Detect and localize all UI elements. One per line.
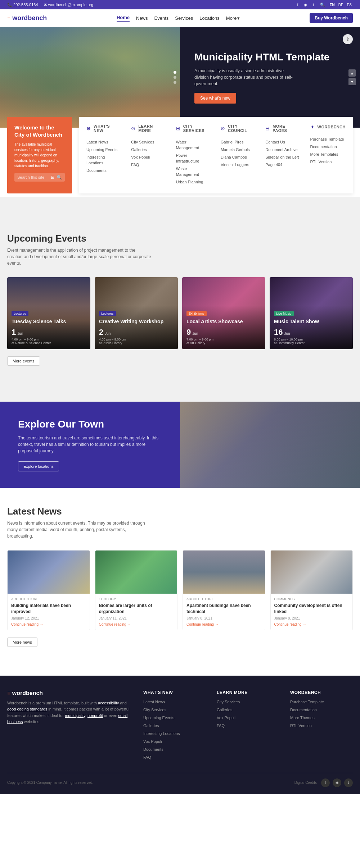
brand-logo[interactable]: ≡ wordbench bbox=[7, 14, 47, 22]
menu-item-vox-populi[interactable]: Vox Populi bbox=[131, 155, 150, 159]
menu-item-galleries[interactable]: Galleries bbox=[131, 147, 147, 152]
explore-locations-button[interactable]: Explore locations bbox=[18, 461, 59, 471]
footer-instagram-icon[interactable]: ◉ bbox=[333, 778, 341, 787]
menu-item-contact-us[interactable]: Contact Us bbox=[265, 140, 285, 144]
menu-item-faq[interactable]: FAQ bbox=[131, 163, 139, 167]
footer-link-coding-standards[interactable]: good coding standards bbox=[7, 707, 47, 711]
menu-item-more-templates[interactable]: More Templates bbox=[310, 152, 338, 156]
menu-item-latest-news[interactable]: Latest News bbox=[86, 140, 108, 144]
menu-item-waste-management[interactable]: Waste Management bbox=[176, 166, 199, 177]
footer-item-galleries[interactable]: Galleries bbox=[143, 723, 159, 728]
search-icon[interactable]: 🔍 bbox=[320, 3, 325, 7]
footer-link-municipality[interactable]: municipality bbox=[65, 713, 85, 718]
more-news-button[interactable]: More news bbox=[7, 638, 37, 647]
more-events-button[interactable]: More events bbox=[7, 356, 40, 366]
menu-item-interesting-locations[interactable]: Interesting Locations bbox=[86, 155, 105, 165]
menu-item-city-services[interactable]: City Services bbox=[131, 140, 154, 144]
hero-share-button[interactable]: ⇪ bbox=[343, 34, 353, 44]
buy-button[interactable]: Buy Wordbench bbox=[310, 13, 353, 23]
hero-dot-1[interactable] bbox=[174, 71, 176, 74]
footer-col-learn-more: Learn More City Services Galleries Vox P… bbox=[217, 690, 279, 762]
menu-item-rtl-version[interactable]: RTL Version bbox=[310, 160, 332, 164]
filter-icon[interactable]: ⊟ bbox=[51, 175, 54, 180]
news-card-4[interactable]: COMMUNITY Community development is often… bbox=[270, 550, 353, 630]
hero-dot-2[interactable] bbox=[174, 76, 176, 79]
menu-item-sidebar-left[interactable]: Sidebar on the Left bbox=[265, 155, 299, 159]
hero-next-arrow[interactable]: ▼ bbox=[348, 78, 356, 85]
footer-item-documents[interactable]: Documents bbox=[143, 747, 163, 751]
nav-services[interactable]: Services bbox=[175, 15, 193, 21]
nav-home[interactable]: Home bbox=[117, 15, 130, 22]
lang-de[interactable]: DE bbox=[337, 3, 345, 7]
footer-item-latest-news[interactable]: Latest News bbox=[143, 700, 165, 704]
news-card-3[interactable]: ARCHITECTURE Apartment buildings have be… bbox=[183, 550, 265, 630]
event-card-3[interactable]: Exhibitions Local Artists Showcase 9 Jun… bbox=[182, 277, 265, 349]
menu-item-documents[interactable]: Documents bbox=[86, 168, 107, 173]
menu-item-purchase-template[interactable]: Purchase Template bbox=[310, 137, 344, 141]
search-go-icon[interactable]: 🔍 bbox=[57, 175, 62, 180]
menu-item-urban-planning[interactable]: Urban Planning bbox=[176, 180, 203, 184]
news-title-4: Community development is often linked bbox=[274, 603, 349, 615]
news-read-more-1[interactable]: Continue reading → bbox=[11, 622, 86, 626]
footer-item-purchase-template[interactable]: Purchase Template bbox=[290, 700, 324, 704]
footer-item-upcoming-events[interactable]: Upcoming Events bbox=[143, 716, 174, 720]
footer-item-city-services[interactable]: City Services bbox=[143, 708, 166, 712]
footer-facebook-icon[interactable]: f bbox=[321, 778, 330, 787]
footer-wordbench-list: Purchase Template Documentation More The… bbox=[290, 699, 353, 728]
news-read-more-4[interactable]: Continue reading → bbox=[274, 622, 349, 626]
nav-news[interactable]: News bbox=[136, 15, 148, 21]
news-read-more-2[interactable]: Continue reading → bbox=[99, 622, 174, 626]
news-card-2[interactable]: ECOLOGY Biomes are larger units of organ… bbox=[95, 550, 178, 630]
menu-item-documentation[interactable]: Documentation bbox=[310, 145, 337, 149]
news-read-more-3[interactable]: Continue reading → bbox=[186, 622, 261, 626]
footer-link-accessibility[interactable]: accessibility bbox=[98, 701, 119, 705]
hero-prev-arrow[interactable]: ▲ bbox=[348, 69, 356, 77]
footer-item-faq[interactable]: FAQ bbox=[143, 755, 151, 759]
news-card-1[interactable]: ARCHITECTURE Building materials have bee… bbox=[7, 550, 90, 630]
facebook-icon[interactable]: f bbox=[295, 2, 301, 8]
nav-more[interactable]: More ▾ bbox=[226, 15, 240, 21]
menu-item-water-management[interactable]: Water Management bbox=[176, 140, 199, 150]
footer-item-vox-populi-2[interactable]: Vox Populi bbox=[217, 716, 235, 720]
menu-col-more-pages: ⊟ MORE PAGES Contact Us Document Archive… bbox=[265, 124, 299, 186]
hero-dots bbox=[174, 71, 176, 84]
footer-twitter-icon[interactable]: t bbox=[344, 778, 353, 787]
event-card-1[interactable]: Lectures Tuesday Science Talks 1 Jun 4:0… bbox=[7, 277, 90, 349]
nav-locations[interactable]: Locations bbox=[199, 15, 220, 21]
footer-item-documentation[interactable]: Documentation bbox=[290, 708, 317, 712]
event-card-4[interactable]: Live Music Music Talent Show 16 Jun 6:00… bbox=[270, 277, 353, 349]
menu-item-power-infrastructure[interactable]: Power Infrastructure bbox=[176, 153, 199, 163]
nav-events[interactable]: Events bbox=[154, 15, 169, 21]
footer-item-city-services-2[interactable]: City Services bbox=[217, 700, 240, 704]
footer-learn-more-list: City Services Galleries Vox Populi FAQ bbox=[217, 699, 279, 728]
menu-item-gabriel-pires[interactable]: Gabriel Pires bbox=[221, 140, 244, 144]
menu-item-diana-campos[interactable]: Diana Campos bbox=[221, 155, 247, 159]
menu-item-vincent-luggers[interactable]: Vincent Luggers bbox=[221, 163, 249, 167]
menu-item-document-archive[interactable]: Document Archive bbox=[265, 147, 297, 152]
search-input[interactable] bbox=[17, 175, 49, 179]
footer-item-faq-2[interactable]: FAQ bbox=[217, 723, 225, 728]
events-section: Upcoming Events Event management is the … bbox=[0, 197, 360, 402]
hero-dot-3[interactable] bbox=[174, 81, 176, 84]
instagram-icon[interactable]: ◉ bbox=[303, 2, 309, 8]
event-card-2[interactable]: Lectures Creative Writing Workshop 2 Jun… bbox=[95, 277, 178, 349]
footer-item-vox-populi[interactable]: Vox Populi bbox=[143, 739, 162, 744]
event-day-2: 2 bbox=[99, 328, 103, 337]
footer-item-interesting-locations[interactable]: Interesting Locations bbox=[143, 731, 180, 736]
menu-item-page-404[interactable]: Page 404 bbox=[265, 163, 282, 167]
footer-link-nonprofit[interactable]: nonprofit bbox=[87, 713, 103, 718]
footer-item-galleries-2[interactable]: Galleries bbox=[217, 708, 232, 712]
footer-col-wordbench: Wordbench Purchase Template Documentatio… bbox=[290, 690, 353, 762]
footer-item-rtl-version[interactable]: RTL Version bbox=[290, 723, 312, 728]
twitter-icon[interactable]: t bbox=[311, 2, 316, 8]
lang-en[interactable]: EN bbox=[329, 3, 336, 7]
lang-es[interactable]: ES bbox=[346, 3, 353, 7]
footer-learn-more-title: Learn More bbox=[217, 690, 279, 695]
hero-cta-button[interactable]: See what's new bbox=[194, 93, 236, 104]
news-body-3: ARCHITECTURE Apartment buildings have be… bbox=[183, 594, 265, 630]
news-image-2 bbox=[95, 551, 177, 594]
menu-col-header-city-services: ⊞ CITY SERVICES bbox=[176, 124, 210, 135]
menu-item-upcoming-events[interactable]: Upcoming Events bbox=[86, 147, 117, 152]
menu-item-marcela-gerhols[interactable]: Marcela Gerhols bbox=[221, 147, 250, 152]
footer-item-more-themes[interactable]: More Themes bbox=[290, 716, 315, 720]
